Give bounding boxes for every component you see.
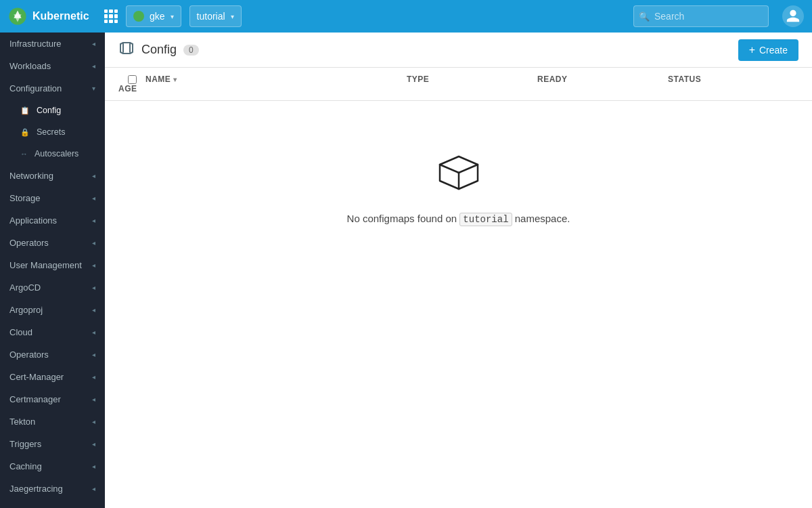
sidebar-item-operators[interactable]: Operators ◂	[0, 232, 105, 254]
page-title-area: Config 0	[118, 40, 199, 60]
sidebar-label-infrastructure: Infrastructure	[9, 39, 62, 49]
cluster-status-icon	[133, 11, 144, 22]
configuration-chevron-icon: ▾	[92, 85, 95, 92]
namespace-dropdown[interactable]: tutorial ▾	[189, 5, 242, 27]
sidebar-item-config[interactable]: 📋 Config	[0, 100, 105, 121]
column-header-age: AGE	[118, 84, 145, 93]
sidebar-item-applications[interactable]: Applications ◂	[0, 209, 105, 232]
applications-chevron-icon: ◂	[92, 217, 95, 224]
argoproj-chevron-icon: ◂	[92, 306, 95, 314]
sidebar-label-operators: Operators	[9, 238, 49, 248]
create-plus-icon: +	[749, 44, 755, 56]
caching-chevron-icon: ◂	[92, 463, 95, 470]
sidebar-item-argoproj[interactable]: Argoproj ◂	[0, 299, 105, 321]
sidebar-label-certmanager: Certmanager	[9, 394, 61, 404]
column-header-status: STATUS	[668, 75, 798, 84]
sidebar-label-jaegertracing: Jaegertracing	[9, 484, 63, 494]
sidebar-item-networking2[interactable]: Networking ◂	[0, 500, 105, 508]
empty-state: No configmaps found on tutorial namespac…	[105, 101, 812, 279]
main-layout: Infrastructure ◂ Workloads ◂ Configurati…	[0, 33, 812, 508]
sidebar-label-argoproj: Argoproj	[9, 305, 43, 315]
sidebar-item-infrastructure[interactable]: Infrastructure ◂	[0, 33, 105, 55]
sidebar-label-autoscalers: Autoscalers	[35, 149, 78, 158]
page-title: Config	[141, 43, 177, 57]
select-all-checkbox[interactable]	[128, 75, 137, 84]
operators-chevron-icon: ◂	[92, 239, 95, 247]
sidebar-label-cert-manager: Cert-Manager	[9, 372, 64, 382]
sidebar-item-autoscalers[interactable]: ↔ Autoscalers	[0, 143, 105, 165]
sidebar-item-triggers[interactable]: Triggers ◂	[0, 433, 105, 455]
sidebar-item-cloud[interactable]: Cloud ◂	[0, 321, 105, 343]
user-avatar[interactable]	[782, 5, 804, 27]
page-header: Config 0 + Create	[105, 33, 812, 68]
sidebar-item-workloads[interactable]: Workloads ◂	[0, 55, 105, 77]
column-name-label: NAME	[145, 75, 171, 84]
empty-namespace: tutorial	[459, 213, 512, 226]
search-input[interactable]	[633, 5, 769, 27]
sidebar-label-argocd: ArgoCD	[9, 282, 41, 293]
cloud-chevron-icon: ◂	[92, 329, 95, 336]
brand-logo	[8, 7, 27, 26]
sidebar-label-configuration: Configuration	[9, 83, 62, 93]
create-label: Create	[759, 45, 788, 56]
search-icon: 🔍	[639, 12, 650, 22]
sidebar-item-jaegertracing[interactable]: Jaegertracing ◂	[0, 478, 105, 500]
sidebar-label-storage: Storage	[9, 193, 41, 203]
sidebar-item-storage[interactable]: Storage ◂	[0, 187, 105, 209]
apps-icon[interactable]	[104, 9, 118, 23]
count-badge: 0	[183, 45, 199, 56]
sidebar-item-user-management[interactable]: User Management ◂	[0, 254, 105, 276]
cluster-dropdown[interactable]: gke ▾	[126, 5, 181, 27]
sidebar-item-certmanager[interactable]: Certmanager ◂	[0, 388, 105, 410]
sidebar-item-caching[interactable]: Caching ◂	[0, 455, 105, 478]
config-map-sub-icon: 📋	[20, 106, 30, 115]
sidebar: Infrastructure ◂ Workloads ◂ Configurati…	[0, 33, 105, 508]
sidebar-label-workloads: Workloads	[9, 61, 51, 71]
operators2-chevron-icon: ◂	[92, 351, 95, 358]
user-management-chevron-icon: ◂	[92, 261, 95, 269]
header-checkbox-cell[interactable]	[118, 75, 145, 84]
certmanager-chevron-icon: ◂	[92, 396, 95, 403]
empty-message-prefix: No configmaps found on	[347, 213, 457, 224]
jaegertracing-chevron-icon: ◂	[92, 485, 95, 492]
sidebar-label-networking: Networking	[9, 171, 53, 181]
autoscalers-sub-icon: ↔	[20, 150, 28, 158]
tekton-chevron-icon: ◂	[92, 418, 95, 425]
create-button[interactable]: + Create	[738, 39, 798, 61]
brand: Kubernetic	[8, 7, 96, 26]
sidebar-item-tekton[interactable]: Tekton ◂	[0, 410, 105, 433]
sidebar-label-operators2: Operators	[9, 350, 49, 360]
column-header-name[interactable]: NAME ▾	[145, 75, 407, 84]
cluster-value: gke	[150, 11, 165, 22]
sidebar-item-networking[interactable]: Networking ◂	[0, 165, 105, 187]
topbar: Kubernetic gke ▾ tutorial ▾ 🔍	[0, 0, 812, 33]
search-container: 🔍	[633, 5, 769, 27]
workloads-chevron-icon: ◂	[92, 62, 95, 70]
sidebar-label-user-management: User Management	[9, 260, 82, 270]
argocd-chevron-icon: ◂	[92, 284, 95, 291]
content-area: Config 0 + Create NAME ▾ TYPE READY STAT…	[105, 33, 812, 508]
storage-chevron-icon: ◂	[92, 194, 95, 202]
triggers-chevron-icon: ◂	[92, 440, 95, 448]
sidebar-item-cert-manager[interactable]: Cert-Manager ◂	[0, 366, 105, 388]
sidebar-item-configuration[interactable]: Configuration ▾	[0, 77, 105, 100]
brand-name: Kubernetic	[32, 10, 89, 22]
table-area: NAME ▾ TYPE READY STATUS AGE	[105, 68, 812, 508]
sidebar-item-operators2[interactable]: Operators ◂	[0, 343, 105, 366]
sidebar-label-triggers: Triggers	[9, 439, 41, 449]
sidebar-label-cloud: Cloud	[9, 327, 32, 337]
sidebar-item-argocd[interactable]: ArgoCD ◂	[0, 276, 105, 299]
secrets-sub-icon: 🔒	[20, 128, 30, 137]
table-header: NAME ▾ TYPE READY STATUS AGE	[105, 68, 812, 101]
sidebar-label-secrets: Secrets	[37, 127, 65, 137]
cert-manager-chevron-icon: ◂	[92, 373, 95, 381]
sidebar-label-tekton: Tekton	[9, 417, 35, 427]
empty-message-suffix: namespace.	[515, 213, 570, 224]
namespace-value: tutorial	[197, 11, 225, 22]
column-header-ready: READY	[537, 75, 668, 84]
empty-message: No configmaps found on tutorial namespac…	[347, 213, 570, 225]
sidebar-item-secrets[interactable]: 🔒 Secrets	[0, 121, 105, 143]
infrastructure-chevron-icon: ◂	[92, 40, 95, 47]
sort-icon: ▾	[173, 76, 177, 83]
cluster-chevron-icon: ▾	[171, 13, 174, 20]
